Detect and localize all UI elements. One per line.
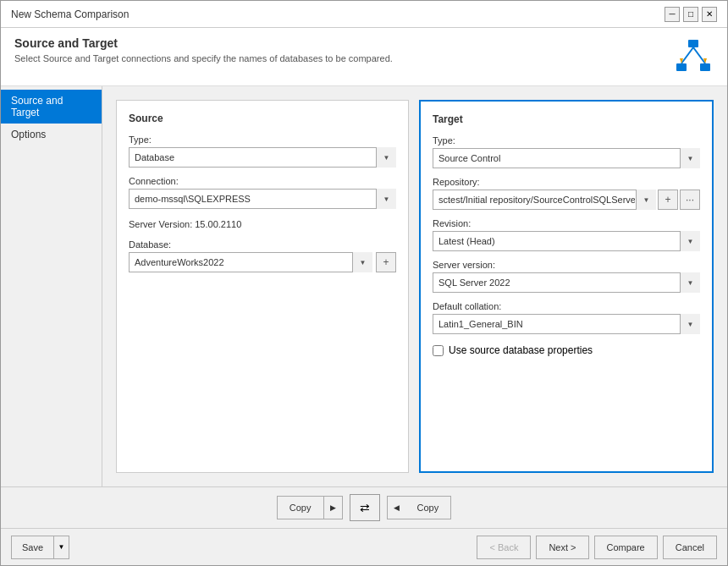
- save-button[interactable]: Save: [11, 536, 54, 559]
- target-type-select-wrapper: Source Control ▼: [433, 148, 700, 168]
- header-area: Source and Target Select Source and Targ…: [1, 28, 727, 86]
- target-revision-select[interactable]: Latest (Head): [433, 231, 700, 251]
- target-repository-group: Repository: sctest/Initial repository/So…: [433, 177, 700, 210]
- source-database-select-wrapper: AdventureWorks2022 ▼: [129, 252, 372, 272]
- use-source-properties-checkbox[interactable]: [433, 345, 444, 356]
- page-title: Source and Target: [14, 36, 393, 50]
- svg-rect-2: [700, 63, 710, 71]
- source-server-version-group: Server Version: 15.00.2110: [129, 217, 396, 231]
- target-panel: Target Type: Source Control ▼ Repository…: [419, 100, 714, 473]
- copy-to-source-arrow-button[interactable]: ◀: [387, 496, 405, 519]
- copy-right-arrow-icon: ▶: [330, 503, 336, 512]
- plus-icon: +: [383, 256, 389, 268]
- source-database-add-button[interactable]: +: [376, 252, 396, 272]
- network-icon: [673, 36, 714, 77]
- source-connection-label: Connection:: [129, 176, 396, 186]
- title-bar-buttons: ─ □ ✕: [665, 7, 717, 22]
- header-text: Source and Target Select Source and Targ…: [14, 36, 393, 63]
- sidebar-item-source-and-target[interactable]: Source and Target: [1, 90, 102, 124]
- minimize-icon: ─: [669, 9, 675, 19]
- source-connection-select-wrapper: demo-mssql\SQLEXPRESS ▼: [129, 189, 396, 209]
- save-dropdown-button[interactable]: ▼: [54, 536, 69, 559]
- restore-icon: □: [688, 9, 693, 19]
- page-description: Select Source and Target connections and…: [14, 53, 393, 63]
- target-type-select[interactable]: Source Control: [433, 148, 700, 168]
- target-server-version-select-wrapper: SQL Server 2022 ▼: [433, 272, 700, 293]
- target-collation-select-wrapper: Latin1_General_BIN ▼: [433, 314, 700, 334]
- target-repository-add-button[interactable]: +: [658, 190, 678, 210]
- svg-line-4: [693, 47, 705, 63]
- source-server-version-text: Server Version: 15.00.2110: [129, 217, 396, 231]
- next-button[interactable]: Next >: [536, 536, 588, 559]
- cancel-button[interactable]: Cancel: [663, 536, 717, 559]
- main-content: Source Type: Database ▼ Connection:: [102, 86, 727, 486]
- title-bar: New Schema Comparison ─ □ ✕: [1, 1, 727, 28]
- sidebar-item-options[interactable]: Options: [1, 124, 102, 146]
- target-repository-select[interactable]: sctest/Initial repository/SourceControlS…: [433, 190, 656, 210]
- source-database-group: Database: AdventureWorks2022 ▼ +: [129, 239, 396, 272]
- close-button[interactable]: ✕: [702, 7, 717, 22]
- footer: Save ▼ < Back Next > Compare Cancel: [1, 528, 727, 565]
- save-dropdown-icon: ▼: [58, 543, 65, 551]
- use-source-properties-label: Use source database properties: [449, 344, 593, 356]
- target-server-version-group: Server version: SQL Server 2022 ▼: [433, 260, 700, 293]
- target-repository-label: Repository:: [433, 177, 700, 187]
- footer-left: Save ▼: [11, 536, 69, 559]
- source-type-group: Type: Database ▼: [129, 135, 396, 168]
- copy-to-target-group: Copy ▶: [277, 496, 343, 519]
- swap-button[interactable]: ⇄: [350, 494, 380, 521]
- save-button-group: Save ▼: [11, 536, 69, 559]
- svg-rect-0: [688, 40, 698, 47]
- target-collation-select[interactable]: Latin1_General_BIN: [433, 314, 700, 334]
- dialog: New Schema Comparison ─ □ ✕ Source and T…: [0, 0, 728, 566]
- source-panel: Source Type: Database ▼ Connection:: [116, 100, 409, 473]
- target-panel-title: Target: [433, 113, 700, 125]
- sidebar-label-options: Options: [11, 129, 46, 140]
- sidebar: Source and Target Options: [1, 86, 102, 486]
- close-icon: ✕: [706, 9, 713, 19]
- copy-to-target-button[interactable]: Copy: [277, 496, 324, 519]
- target-revision-label: Revision:: [433, 218, 700, 228]
- dialog-title: New Schema Comparison: [11, 8, 129, 20]
- copy-to-source-group: ◀ Copy: [387, 496, 452, 519]
- sidebar-label-source-and-target: Source and Target: [11, 95, 63, 118]
- target-repository-select-wrapper: sctest/Initial repository/SourceControlS…: [433, 190, 656, 210]
- footer-right: < Back Next > Compare Cancel: [477, 536, 717, 559]
- copy-section: Copy ▶ ⇄ ◀ Copy: [1, 486, 727, 528]
- back-button[interactable]: < Back: [477, 536, 531, 559]
- ellipsis-icon: ···: [686, 194, 694, 206]
- swap-icon: ⇄: [360, 501, 370, 514]
- target-collation-group: Default collation: Latin1_General_BIN ▼: [433, 301, 700, 334]
- compare-button[interactable]: Compare: [594, 536, 658, 559]
- target-type-group: Type: Source Control ▼: [433, 135, 700, 168]
- content-area: Source and Target Options Source Type: D…: [1, 86, 727, 486]
- minimize-button[interactable]: ─: [665, 7, 680, 22]
- svg-rect-1: [676, 63, 687, 71]
- source-type-select[interactable]: Database: [129, 147, 396, 168]
- target-type-label: Type:: [433, 135, 700, 146]
- copy-to-target-arrow-button[interactable]: ▶: [324, 496, 343, 519]
- source-database-label: Database:: [129, 239, 396, 250]
- source-database-field-row: AdventureWorks2022 ▼ +: [129, 252, 396, 272]
- source-type-select-wrapper: Database ▼: [129, 147, 396, 168]
- repo-plus-icon: +: [665, 194, 670, 206]
- target-checkbox-row: Use source database properties: [433, 343, 700, 358]
- source-connection-select[interactable]: demo-mssql\SQLEXPRESS: [129, 189, 396, 209]
- source-database-select[interactable]: AdventureWorks2022: [129, 252, 372, 272]
- source-type-label: Type:: [129, 135, 396, 145]
- target-server-version-label: Server version:: [433, 260, 700, 270]
- target-collation-label: Default collation:: [433, 301, 700, 311]
- target-repository-row: sctest/Initial repository/SourceControlS…: [433, 190, 700, 210]
- target-server-version-select[interactable]: SQL Server 2022: [433, 272, 700, 293]
- copy-left-arrow-icon: ◀: [394, 503, 400, 512]
- source-connection-group: Connection: demo-mssql\SQLEXPRESS ▼: [129, 176, 396, 209]
- restore-button[interactable]: □: [683, 7, 698, 22]
- target-revision-select-wrapper: Latest (Head) ▼: [433, 231, 700, 251]
- source-panel-title: Source: [129, 113, 396, 124]
- svg-line-3: [681, 47, 693, 63]
- target-repository-more-button[interactable]: ···: [680, 190, 700, 210]
- copy-to-source-button[interactable]: Copy: [405, 496, 452, 519]
- target-revision-group: Revision: Latest (Head) ▼: [433, 218, 700, 251]
